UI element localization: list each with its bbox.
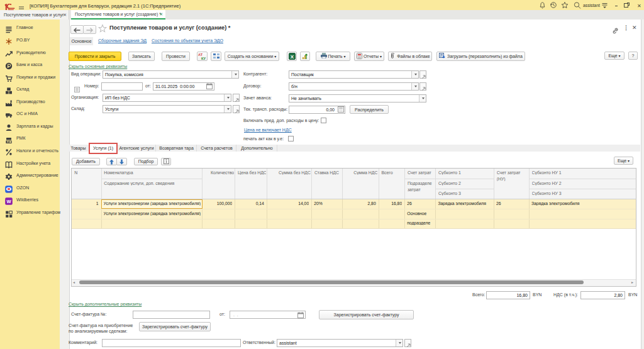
svg-text:assistant: assistant: [583, 3, 600, 8]
svg-text:X: X: [290, 54, 294, 60]
svg-text:W: W: [7, 199, 12, 204]
svg-text:КУ: КУ: [201, 57, 206, 60]
